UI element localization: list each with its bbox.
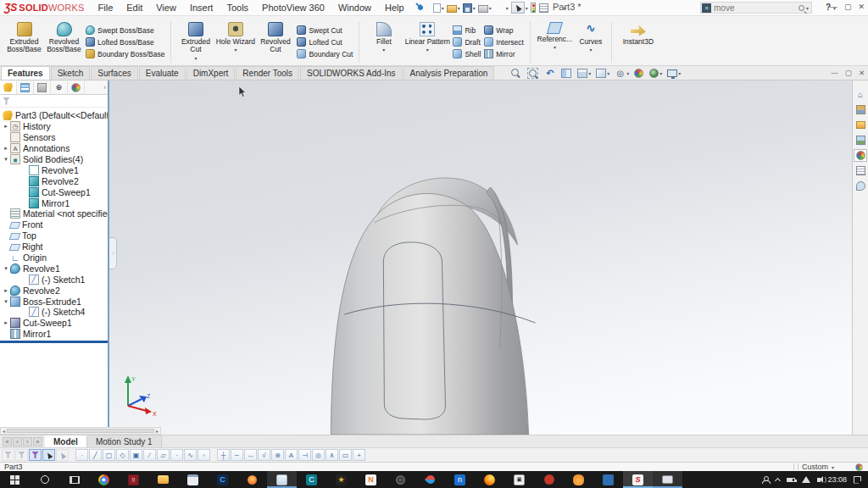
dropdown-arrow-icon[interactable]: ▾: [588, 70, 591, 76]
filter-dimensions[interactable]: ↔: [244, 449, 257, 461]
rollback-bar[interactable]: [0, 341, 108, 343]
view-settings-icon[interactable]: ▾: [667, 69, 681, 77]
new-button[interactable]: ▾: [433, 3, 445, 13]
revolved-boss-base-button[interactable]: Revolved Boss/Base: [44, 20, 84, 64]
tab-analysis-preparation[interactable]: Analysis Preparation: [403, 66, 495, 80]
search-icon[interactable]: [798, 5, 804, 11]
taskbar-chrome[interactable]: [89, 471, 119, 488]
rib-button[interactable]: Rib: [453, 25, 481, 35]
view-palette-icon[interactable]: [854, 134, 867, 147]
tree-feat-boss-extrude1[interactable]: ▾ Boss-Extrude1: [0, 296, 108, 307]
select-tool[interactable]: [42, 449, 55, 461]
dimxpertmanager-tab[interactable]: ⊕: [51, 80, 68, 94]
taskbar-app-n-orange[interactable]: N: [356, 471, 386, 488]
tree-expand-arrow[interactable]: ▾: [2, 298, 10, 305]
filter-vertices[interactable]: ∙: [75, 449, 88, 461]
tree-expand-arrow[interactable]: ▸: [2, 145, 10, 152]
dropdown-arrow-icon[interactable]: ▾: [554, 44, 556, 49]
units-dropdown-icon[interactable]: ▾: [832, 464, 834, 470]
taskbar-app-red-paw[interactable]: [534, 471, 564, 488]
dropdown-arrow-icon[interactable]: ▾: [426, 47, 429, 52]
filter-blocks[interactable]: ▭: [339, 449, 352, 461]
taskbar-app-blue-square[interactable]: [593, 471, 623, 488]
select-button[interactable]: ▾: [511, 2, 529, 14]
taskbar-solidworks[interactable]: S: [623, 471, 653, 488]
search-type-icon[interactable]: ≡: [702, 3, 711, 13]
filter-edges[interactable]: ╱: [89, 449, 102, 461]
studies-nav-prev[interactable]: ‹: [13, 437, 22, 446]
filter-datum-targets[interactable]: ◎: [312, 449, 325, 461]
custom-properties-icon[interactable]: [854, 164, 867, 177]
panel-splitter-handle[interactable]: ○: [109, 237, 117, 269]
scroll-left-arrow-icon[interactable]: ◂: [3, 428, 5, 434]
tree-feat-revolve1[interactable]: ▾ Revolve1: [0, 263, 108, 274]
dropdown-arrow-icon[interactable]: ▾: [473, 5, 476, 11]
draft-button[interactable]: Draft: [453, 37, 481, 47]
tree-origin[interactable]: ∟ Origin: [0, 252, 108, 263]
view-orientation-icon[interactable]: ▾: [577, 69, 591, 78]
menu-file[interactable]: File: [92, 0, 120, 16]
search-dropdown-icon[interactable]: ▾: [806, 5, 809, 11]
filter-hidden-edges[interactable]: [15, 449, 28, 461]
tab-surfaces[interactable]: Surfaces: [91, 66, 137, 80]
dropdown-arrow-icon[interactable]: ▾: [626, 70, 629, 76]
dropdown-arrow-icon[interactable]: ▾: [678, 70, 681, 76]
taskbar-app-dark-circle[interactable]: [386, 471, 415, 488]
menu-help[interactable]: Help: [378, 0, 411, 16]
swept-boss-base-button[interactable]: Swept Boss/Base: [86, 25, 164, 35]
print-button[interactable]: ▾: [478, 3, 492, 13]
dropdown-arrow-icon[interactable]: ▾: [526, 5, 528, 11]
tree-sketch4[interactable]: (-) Sketch4: [0, 307, 108, 318]
taskbar-photos[interactable]: ▣: [504, 471, 534, 488]
tree-expand-arrow[interactable]: ▸: [2, 287, 10, 294]
tree-expand-arrow[interactable]: ▾: [2, 265, 10, 272]
menu-window[interactable]: Window: [331, 0, 378, 16]
display-style-icon[interactable]: ▾: [596, 69, 609, 78]
tree-body-cut-sweep1[interactable]: Cut-Sweep1: [0, 186, 108, 197]
tree-plane-right[interactable]: Right: [0, 241, 108, 252]
tree-feat-cut-sweep1[interactable]: ▸ Cut-Sweep1: [0, 318, 108, 329]
dropdown-arrow-icon[interactable]: ▾: [458, 5, 460, 11]
tab-features[interactable]: Features: [1, 66, 50, 80]
home-icon[interactable]: ⌂: [854, 88, 867, 101]
filter-notes[interactable]: A: [285, 449, 298, 461]
tab-model[interactable]: Model: [45, 435, 87, 447]
appearances-scenes-icon[interactable]: [854, 149, 867, 162]
wifi-icon[interactable]: [802, 476, 810, 483]
tree-sensors[interactable]: Sensors: [0, 132, 108, 143]
tree-plane-front[interactable]: Front: [0, 219, 108, 230]
displaymanager-tab[interactable]: [68, 80, 85, 94]
apply-scene-icon[interactable]: ▾: [649, 69, 662, 78]
menu-tools[interactable]: Tools: [220, 0, 255, 16]
file-explorer-icon[interactable]: [854, 119, 867, 131]
studies-nav-last[interactable]: »: [33, 437, 42, 446]
lasso-select[interactable]: [56, 449, 69, 461]
rebuild-button[interactable]: [531, 3, 537, 13]
linear-pattern-button[interactable]: Linear Pattern ▾: [403, 20, 451, 64]
boundary-cut-button[interactable]: Boundary Cut: [297, 49, 353, 58]
open-button[interactable]: ▾: [447, 3, 461, 13]
tab-evaluate[interactable]: Evaluate: [139, 66, 186, 80]
volume-icon[interactable]: [817, 478, 821, 482]
dropdown-arrow-icon[interactable]: ▾: [489, 5, 492, 11]
tab-render-tools[interactable]: Render Tools: [236, 66, 299, 80]
edit-appearance-icon[interactable]: [634, 69, 644, 78]
taskbar-app-star[interactable]: ★: [326, 471, 356, 488]
tree-annotations[interactable]: ▸ Annotations: [0, 143, 108, 154]
filter-sketch-points[interactable]: ·: [170, 449, 183, 461]
close-button[interactable]: ✕: [858, 3, 865, 11]
tree-expand-arrow[interactable]: ▸: [2, 319, 10, 326]
people-icon[interactable]: [762, 476, 769, 484]
filter-surface-bodies[interactable]: ◇: [116, 449, 129, 461]
zoom-to-area-icon[interactable]: [527, 68, 539, 79]
start-button[interactable]: [0, 471, 30, 488]
instant3d-button[interactable]: Instant3D: [616, 20, 660, 64]
task-view[interactable]: [59, 471, 89, 488]
tree-body-mirror1[interactable]: Mirror1: [0, 197, 108, 208]
filter-connection-points[interactable]: +: [353, 449, 365, 461]
units-label[interactable]: Custom: [802, 463, 828, 471]
dropdown-arrow-icon[interactable]: ▾: [659, 70, 662, 76]
menu-edit[interactable]: Edit: [120, 0, 149, 16]
lofted-cut-button[interactable]: Lofted Cut: [297, 37, 353, 47]
tree-body-revolve1[interactable]: Revolve1: [0, 164, 108, 175]
